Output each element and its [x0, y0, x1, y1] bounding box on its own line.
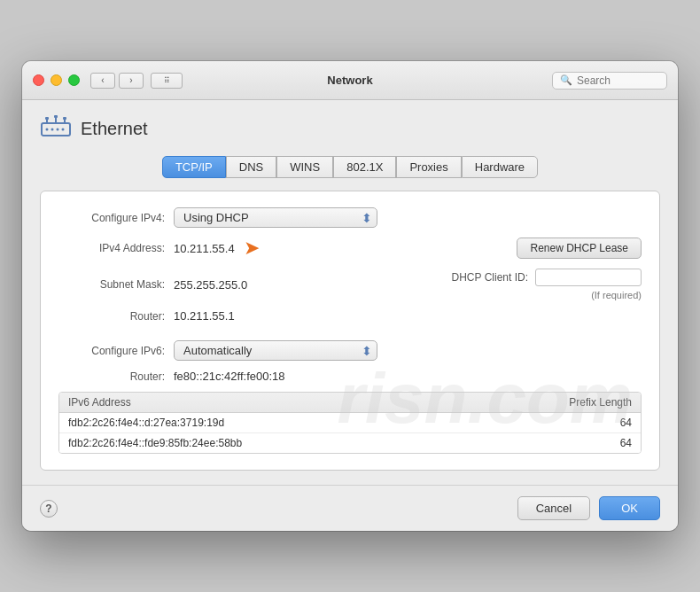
nav-buttons: ‹ › — [90, 73, 144, 89]
fullscreen-button[interactable] — [68, 74, 80, 86]
orange-arrow-icon: ➤ — [244, 237, 260, 260]
dhcp-client-label: DHCP Client ID: — [452, 271, 528, 284]
svg-point-7 — [46, 129, 49, 131]
bottom-buttons: Cancel OK — [517, 496, 660, 520]
ipv6-row-0-prefix: 64 — [543, 417, 632, 429]
bottom-bar: ? Cancel OK — [22, 485, 678, 531]
ethernet-label: Ethernet — [81, 119, 148, 139]
configure-ipv4-select-container: Using DHCP ⬍ — [174, 207, 377, 228]
tab-wins[interactable]: WINS — [276, 156, 333, 178]
tab-dns[interactable]: DNS — [226, 156, 276, 178]
svg-point-10 — [62, 129, 65, 131]
ipv6-row-1: fdb2:2c26:f4e4::fde9:85fb:24ee:58bb 64 — [59, 433, 641, 453]
back-button[interactable]: ‹ — [90, 73, 115, 89]
configure-ipv4-row: Configure IPv4: Using DHCP ⬍ — [58, 207, 642, 228]
help-button[interactable]: ? — [40, 500, 58, 518]
router-ipv6-value: fe80::21c:42ff:fe00:18 — [174, 370, 285, 383]
svg-point-8 — [51, 129, 54, 131]
router-ipv6-label: Router: — [58, 370, 174, 383]
traffic-lights — [33, 74, 80, 86]
window-title: Network — [327, 74, 372, 87]
ok-button[interactable]: OK — [599, 496, 660, 520]
tab-proxies[interactable]: Proxies — [396, 156, 461, 178]
ethernet-header: Ethernet — [40, 114, 660, 144]
minimize-button[interactable] — [51, 74, 62, 86]
ipv6-col-prefix-header: Prefix Length — [543, 396, 632, 409]
ethernet-icon — [40, 114, 72, 144]
ipv6-row-0: fdb2:2c26:f4e4::d:27ea:3719:19d 64 — [59, 413, 641, 433]
renew-dhcp-button[interactable]: Renew DHCP Lease — [517, 238, 642, 259]
dhcp-client-section: DHCP Client ID: (If required) — [452, 269, 642, 300]
router-ipv6-row: Router: fe80::21c:42ff:fe00:18 — [58, 370, 642, 383]
close-button[interactable] — [33, 74, 44, 86]
ipv6-row-1-address: fdb2:2c26:f4e4::fde9:85fb:24ee:58bb — [68, 437, 543, 449]
subnet-mask-row: Subnet Mask: 255.255.255.0 DHCP Client I… — [58, 269, 642, 300]
titlebar: ‹ › ⠿ Network 🔍 — [22, 61, 678, 100]
dhcp-client-input[interactable] — [535, 269, 642, 286]
dhcp-client-row: DHCP Client ID: — [452, 269, 642, 286]
svg-rect-4 — [45, 117, 49, 120]
search-box[interactable]: 🔍 — [552, 72, 667, 90]
search-input[interactable] — [577, 74, 659, 87]
router-label: Router: — [58, 310, 174, 323]
ipv6-row-1-prefix: 64 — [543, 437, 632, 449]
svg-rect-5 — [54, 115, 58, 118]
ipv4-address-value: 10.211.55.4 — [174, 242, 235, 255]
ipv4-address-row: IPv4 Address: 10.211.55.4 ➤ Renew DHCP L… — [58, 237, 642, 260]
configure-ipv4-select[interactable]: Using DHCP — [174, 207, 377, 228]
svg-rect-6 — [63, 117, 66, 120]
subnet-mask-value: 255.255.255.0 — [174, 278, 247, 292]
search-icon: 🔍 — [560, 74, 572, 86]
configure-ipv6-select-container: Automatically ⬍ — [174, 340, 377, 361]
tab-tcpip[interactable]: TCP/IP — [162, 156, 226, 178]
tcpip-panel: risn.com Configure IPv4: Using DHCP ⬍ IP… — [40, 191, 660, 471]
forward-button[interactable]: › — [119, 73, 144, 89]
ipv6-col-address-header: IPv6 Address — [68, 396, 543, 409]
ipv4-address-label: IPv4 Address: — [58, 242, 174, 254]
grid-button[interactable]: ⠿ — [151, 73, 183, 89]
cancel-button[interactable]: Cancel — [517, 496, 590, 520]
tab-8021x[interactable]: 802.1X — [333, 156, 396, 178]
ipv6-row-0-address: fdb2:2c26:f4e4::d:27ea:3719:19d — [68, 417, 543, 429]
configure-ipv4-label: Configure IPv4: — [58, 212, 174, 224]
tab-hardware[interactable]: Hardware — [462, 156, 538, 178]
ipv6-table-header: IPv6 Address Prefix Length — [59, 393, 641, 413]
svg-point-9 — [57, 129, 59, 131]
network-window: ‹ › ⠿ Network 🔍 — [22, 61, 678, 531]
configure-ipv6-row: Configure IPv6: Automatically ⬍ — [58, 340, 642, 361]
subnet-mask-label: Subnet Mask: — [58, 278, 174, 291]
router-row: Router: 10.211.55.1 — [58, 309, 642, 323]
configure-ipv6-select[interactable]: Automatically — [174, 340, 377, 361]
if-required-label: (If required) — [591, 290, 642, 300]
router-value: 10.211.55.1 — [174, 309, 235, 323]
ipv6-table: IPv6 Address Prefix Length fdb2:2c26:f4e… — [58, 392, 642, 454]
configure-ipv6-label: Configure IPv6: — [58, 345, 174, 357]
tab-bar: TCP/IP DNS WINS 802.1X Proxies Hardware — [40, 156, 660, 178]
main-content: Ethernet TCP/IP DNS WINS 802.1X Proxies … — [22, 100, 678, 485]
